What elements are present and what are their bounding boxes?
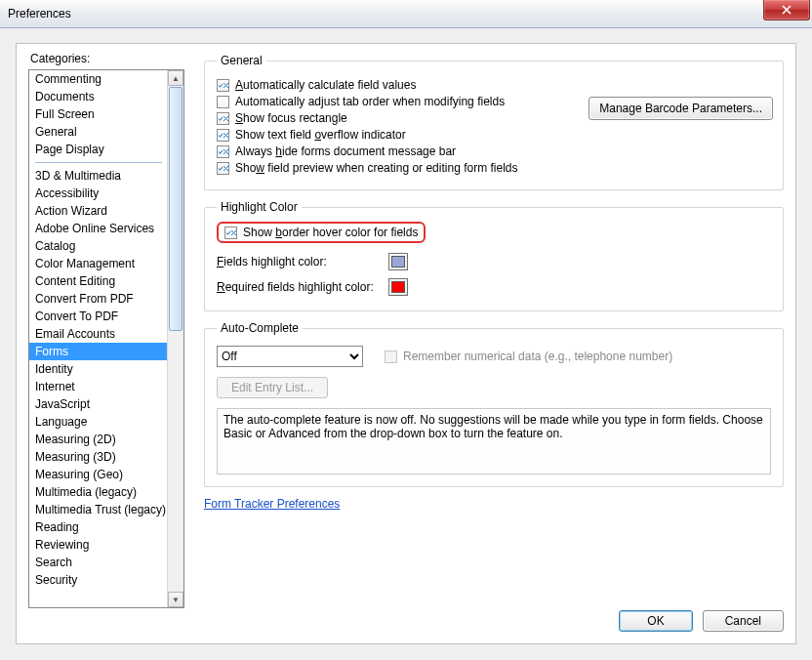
scroll-thumb[interactable]: [169, 87, 183, 331]
category-item[interactable]: Reading: [29, 518, 168, 536]
auto-tab-checkbox[interactable]: [217, 96, 229, 108]
fields-color-swatch[interactable]: [388, 253, 408, 270]
ok-button[interactable]: OK: [619, 610, 692, 632]
hide-bar-checkbox[interactable]: [217, 145, 229, 158]
auto-calc-label: Automatically calculate field values: [235, 78, 416, 92]
categories-label: Categories:: [30, 52, 184, 65]
general-legend: General: [217, 54, 266, 67]
category-item[interactable]: 3D & Multimedia: [29, 167, 168, 185]
remember-label: Remember numerical data (e.g., telephone…: [403, 350, 672, 363]
form-tracker-link[interactable]: Form Tracker Preferences: [204, 497, 340, 511]
edit-entry-list-button: Edit Entry List...: [217, 377, 328, 398]
preview-checkbox[interactable]: [217, 162, 229, 175]
category-separator: [35, 162, 162, 163]
scrollbar[interactable]: ▲ ▼: [167, 70, 183, 607]
category-item[interactable]: Catalog: [29, 237, 168, 255]
category-item[interactable]: Language: [29, 413, 168, 431]
settings-pane: General Manage Barcode Parameters... Aut…: [204, 54, 784, 632]
autocomplete-group: Auto-Complete Off Remember numerical dat…: [204, 321, 784, 487]
hover-checkbox[interactable]: [224, 227, 237, 239]
category-item[interactable]: Adobe Online Services: [29, 220, 168, 237]
category-item[interactable]: Page Display: [29, 141, 168, 158]
category-item[interactable]: Convert To PDF: [29, 308, 168, 325]
category-item[interactable]: Full Screen: [29, 105, 168, 123]
auto-tab-label: Automatically adjust tab order when modi…: [235, 95, 505, 108]
category-item[interactable]: Convert From PDF: [29, 290, 168, 308]
category-item[interactable]: Documents: [29, 88, 168, 105]
highlighted-option: Show border hover color for fields: [217, 222, 426, 243]
category-item[interactable]: Internet: [29, 378, 168, 395]
focus-rect-checkbox[interactable]: [217, 112, 229, 125]
autocomplete-description: The auto-complete feature is now off. No…: [217, 408, 771, 474]
autocomplete-legend: Auto-Complete: [217, 321, 303, 335]
category-item[interactable]: Multimedia (legacy): [29, 483, 168, 501]
category-item[interactable]: Email Accounts: [29, 325, 168, 343]
fields-color-label: Fields highlight color:: [217, 255, 388, 268]
focus-rect-label: Show focus rectangle: [235, 111, 347, 125]
hide-bar-label: Always hide forms document message bar: [235, 144, 456, 158]
autocomplete-mode-select[interactable]: Off: [217, 346, 363, 367]
category-item[interactable]: Search: [29, 554, 168, 571]
category-item[interactable]: Color Management: [29, 255, 168, 272]
close-icon: [781, 5, 792, 15]
content-panel: Categories: CommentingDocumentsFull Scre…: [16, 43, 796, 644]
required-color-label: Required fields highlight color:: [217, 280, 388, 294]
required-color-swatch[interactable]: [388, 278, 408, 296]
remember-checkbox: [385, 351, 397, 363]
auto-calc-checkbox[interactable]: [217, 79, 229, 92]
category-item[interactable]: Reviewing: [29, 536, 168, 554]
preferences-window: Preferences Categories: CommentingDocume…: [0, 0, 812, 660]
category-item[interactable]: Forms: [29, 343, 168, 360]
category-item[interactable]: Identity: [29, 360, 168, 378]
scroll-down-button[interactable]: ▼: [168, 592, 183, 607]
category-item[interactable]: JavaScript: [29, 395, 168, 413]
highlight-legend: Highlight Color: [217, 200, 302, 214]
categories-listbox[interactable]: CommentingDocumentsFull ScreenGeneralPag…: [28, 69, 184, 608]
category-item[interactable]: General: [29, 123, 168, 141]
general-group: General Manage Barcode Parameters... Aut…: [204, 54, 784, 190]
scroll-up-button[interactable]: ▲: [168, 70, 183, 86]
category-item[interactable]: Security: [29, 571, 168, 589]
highlight-group: Highlight Color Show border hover color …: [204, 200, 784, 311]
category-item[interactable]: Commenting: [29, 70, 168, 88]
category-item[interactable]: Multimedia Trust (legacy): [29, 501, 168, 518]
titlebar: Preferences: [0, 0, 812, 28]
cancel-button[interactable]: Cancel: [703, 610, 784, 632]
manage-barcode-button[interactable]: Manage Barcode Parameters...: [589, 97, 773, 120]
category-item[interactable]: Content Editing: [29, 272, 168, 290]
category-item[interactable]: Measuring (2D): [29, 431, 168, 448]
hover-label: Show border hover color for fields: [243, 226, 418, 239]
overflow-checkbox[interactable]: [217, 129, 229, 142]
category-item[interactable]: Measuring (Geo): [29, 466, 168, 483]
close-button[interactable]: [763, 0, 810, 21]
category-item[interactable]: Accessibility: [29, 185, 168, 202]
overflow-label: Show text field overflow indicator: [235, 128, 406, 142]
preview-label: Show field preview when creating or edit…: [235, 161, 518, 175]
window-title: Preferences: [8, 7, 71, 21]
category-item[interactable]: Action Wizard: [29, 202, 168, 220]
category-item[interactable]: Measuring (3D): [29, 448, 168, 466]
